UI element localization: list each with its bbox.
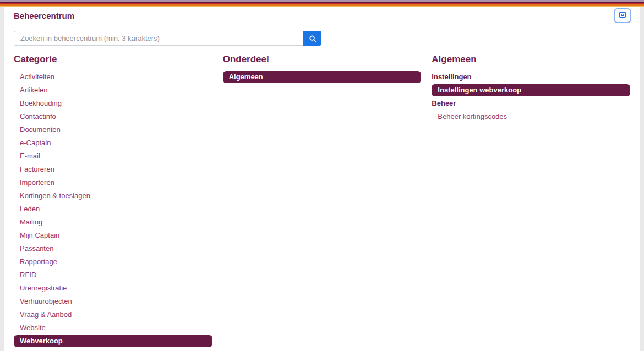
main-panel: Beheercentrum xyxy=(4,7,640,351)
categorie-item-documenten[interactable]: Documenten xyxy=(14,124,212,136)
group-header-beheer: Beheer xyxy=(432,97,630,109)
brand-stripe xyxy=(0,0,644,7)
categorie-item-passanten[interactable]: Passanten xyxy=(14,243,212,255)
column-categorie: Categorie ActiviteitenArtikelenBoekhoudi… xyxy=(14,54,212,351)
column-onderdeel: Onderdeel Algemeen xyxy=(223,54,422,351)
onderdeel-list: Algemeen xyxy=(223,71,422,83)
panel-header: Beheercentrum xyxy=(4,7,640,25)
categorie-item-boekhouding[interactable]: Boekhouding xyxy=(14,97,212,109)
column-heading-onderdeel: Onderdeel xyxy=(223,54,422,65)
categorie-item-mijn-captain[interactable]: Mijn Captain xyxy=(14,229,212,242)
algemeen-item-instellingen-webverkoop[interactable]: Instellingen webverkoop xyxy=(432,84,630,96)
feedback-button[interactable] xyxy=(614,8,631,23)
group-header-instellingen: Instellingen xyxy=(432,71,630,83)
categorie-item-webverkoop[interactable]: Webverkoop xyxy=(14,335,212,347)
categorie-item-activiteiten[interactable]: Activiteiten xyxy=(14,71,212,83)
search-group xyxy=(14,31,321,46)
panel-body: Categorie ActiviteitenArtikelenBoekhoudi… xyxy=(4,25,640,351)
columns: Categorie ActiviteitenArtikelenBoekhoudi… xyxy=(14,54,630,351)
categorie-item-website[interactable]: Website xyxy=(14,322,212,334)
categorie-item-urenregistratie[interactable]: Urenregistratie xyxy=(14,282,212,294)
page-title: Beheercentrum xyxy=(14,11,74,20)
categorie-item-zelfwerkzaamheid[interactable]: Zelfwerkzaamheid xyxy=(14,348,212,351)
categorie-item-importeren[interactable]: Importeren xyxy=(14,177,212,189)
categorie-item-mailing[interactable]: Mailing xyxy=(14,216,212,228)
categorie-item-leden[interactable]: Leden xyxy=(14,203,212,215)
search-icon xyxy=(309,35,316,42)
categorie-item-e-mail[interactable]: E-mail xyxy=(14,150,212,162)
search-input[interactable] xyxy=(14,31,303,46)
chat-bubble-icon xyxy=(618,11,627,20)
categorie-item-artikelen[interactable]: Artikelen xyxy=(14,84,212,96)
search-button[interactable] xyxy=(303,31,321,46)
column-algemeen: Algemeen InstellingenInstellingen webver… xyxy=(432,54,630,351)
column-heading-categorie: Categorie xyxy=(14,54,212,65)
onderdeel-item-algemeen[interactable]: Algemeen xyxy=(223,71,422,83)
categorie-item-rapportage[interactable]: Rapportage xyxy=(14,256,212,268)
categorie-item-kortingen-toeslagen[interactable]: Kortingen & toeslagen xyxy=(14,190,212,202)
categorie-item-e-captain[interactable]: e-Captain xyxy=(14,137,212,149)
categorie-list: ActiviteitenArtikelenBoekhoudingContacti… xyxy=(14,71,212,351)
categorie-item-factureren[interactable]: Factureren xyxy=(14,163,212,176)
categorie-item-verhuurobjecten[interactable]: Verhuurobjecten xyxy=(14,295,212,308)
column-heading-algemeen: Algemeen xyxy=(432,54,630,65)
categorie-item-contactinfo[interactable]: Contactinfo xyxy=(14,111,212,123)
algemeen-groups: InstellingenInstellingen webverkoopBehee… xyxy=(432,71,630,123)
categorie-item-rfid[interactable]: RFID xyxy=(14,269,212,281)
algemeen-item-beheer-kortingscodes[interactable]: Beheer kortingscodes xyxy=(432,111,630,123)
categorie-item-vraag-aanbod[interactable]: Vraag & Aanbod xyxy=(14,309,212,321)
